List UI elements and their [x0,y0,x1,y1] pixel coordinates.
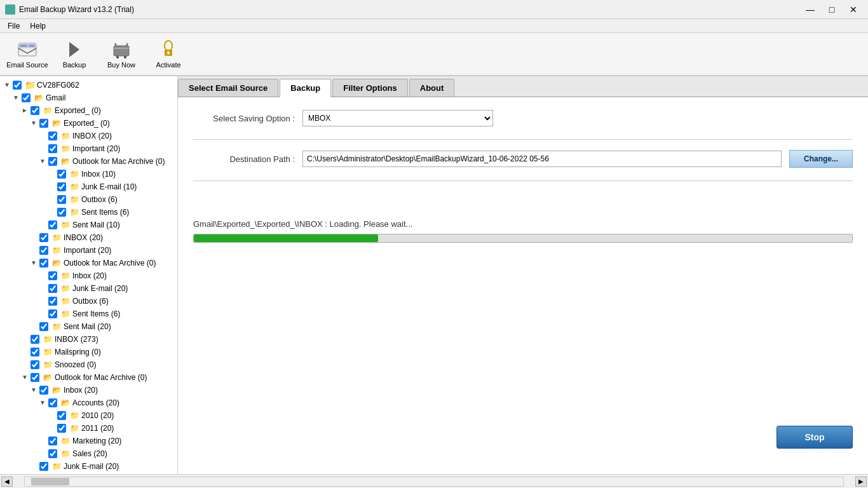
tree-item-outlook2[interactable]: ▼ 📂 Outlook for Mac Archive (0) [0,257,177,269]
tree-root[interactable]: ▼ 📁 CV28FG062 [0,79,177,92]
check-inbox5[interactable] [31,335,39,344]
check-sentmail2[interactable] [39,322,48,331]
tree-item-important2[interactable]: ► 📁 Important (20) [0,244,177,257]
check-inbox6[interactable] [39,386,48,395]
check-inbox3[interactable] [39,233,48,242]
tab-filter-options[interactable]: Filter Options [332,79,408,97]
email-source-button[interactable]: Email Source [5,36,50,72]
tree-item-inbox5[interactable]: ► 📁 INBOX (273) [0,333,177,346]
check-2010[interactable] [57,411,66,420]
label-outbox1: Outbox (6) [81,194,118,205]
tree-item-exported2[interactable]: ▼ 📂 Exported_ (0) [0,117,177,130]
check-important1[interactable] [48,144,57,153]
scroll-right-button[interactable]: ▶ [855,477,867,487]
tree-item-junk2[interactable]: ► 📁 Junk E-mail (20) [0,282,177,295]
scroll-left-button[interactable]: ◀ [1,477,13,487]
progress-bar-fill [194,234,378,242]
check-mailspring[interactable] [31,348,39,356]
tree-item-mailspring[interactable]: ► 📁 Mailspring (0) [0,346,177,358]
check-outlook3[interactable] [31,373,39,382]
check-outbox1[interactable] [57,195,66,204]
minimize-button[interactable]: — [801,3,820,17]
check-sentitems2[interactable] [48,309,57,318]
saving-option-select[interactable]: MBOX PST EML MSG PDF HTML [302,110,493,126]
tree-item-sentmail1[interactable]: ► 📁 Sent Mail (10) [0,219,177,231]
check-marketing[interactable] [48,437,57,445]
tree-item-outbox1[interactable]: ► 📁 Outbox (6) [0,193,177,206]
tree-item-accounts[interactable]: ▼ 📂 Accounts (20) [0,396,177,409]
tree-item-outbox3[interactable]: ► 📁 Outbox (2) [0,473,177,474]
check-outlook1[interactable] [48,157,57,166]
tab-select-email-source[interactable]: Select Email Source [178,79,278,97]
label-snoozed: Snoozed (0) [55,359,96,370]
scroll-thumb[interactable] [31,478,69,485]
check-important2[interactable] [39,246,48,255]
tree-item-outlook3[interactable]: ▼ 📂 Outlook for Mac Archive (0) [0,371,177,384]
check-gmail[interactable] [22,93,31,102]
check-accounts[interactable] [48,398,57,407]
tree-item-gmail[interactable]: ▼ 📂 Gmail [0,92,177,104]
check-junk3[interactable] [39,462,48,471]
menu-help[interactable]: Help [25,20,51,32]
expand-outlook3[interactable]: ▼ [20,372,29,383]
tree-item-junk1[interactable]: ► 📁 Junk E-mail (10) [0,180,177,193]
check-snoozed[interactable] [31,360,39,369]
stop-button[interactable]: Stop [776,426,853,449]
change-button[interactable]: Change... [789,150,853,168]
check-sales[interactable] [48,449,57,458]
tree-item-inbox2[interactable]: ► 📁 Inbox (10) [0,168,177,180]
tree-item-snoozed[interactable]: ► 📁 Snoozed (0) [0,358,177,371]
check-junk2[interactable] [48,284,57,293]
tree-item-inbox3[interactable]: ► 📁 INBOX (20) [0,231,177,244]
check-sentmail1[interactable] [48,220,57,229]
expand-accounts[interactable]: ▼ [38,397,47,409]
check-inbox4[interactable] [48,271,57,280]
tree-item-marketing[interactable]: ► 📁 Marketing (20) [0,435,177,447]
expand-outlook2[interactable]: ▼ [29,257,38,269]
buy-now-button[interactable]: Buy Now [99,36,144,72]
tree-item-sentmail2[interactable]: ► 📁 Sent Mail (20) [0,320,177,333]
check-2011[interactable] [57,424,66,433]
tree-item-inbox1[interactable]: ► 📁 INBOX (20) [0,130,177,142]
svg-point-8 [165,41,172,51]
tab-backup[interactable]: Backup [280,79,331,97]
scroll-track[interactable] [24,477,844,487]
tree-item-outlook1[interactable]: ▼ 📂 Outlook for Mac Archive (0) [0,155,177,168]
tree-item-junk3[interactable]: ► 📁 Junk E-mail (20) [0,460,177,473]
tab-about[interactable]: About [409,79,455,97]
expand-outlook1[interactable]: ▼ [38,156,47,167]
tree-item-exported1[interactable]: ► 📁 Exported_ (0) [0,104,177,117]
check-inbox2[interactable] [57,170,66,179]
maximize-button[interactable]: □ [822,3,841,17]
tree-item-important1[interactable]: ► 📁 Important (20) [0,142,177,155]
tree-item-2010[interactable]: ► 📁 2010 (20) [0,409,177,422]
check-outlook2[interactable] [39,259,48,268]
tree-item-2011[interactable]: ► 📁 2011 (20) [0,422,177,435]
tree-item-sales[interactable]: ► 📁 Sales (20) [0,447,177,460]
tree-item-outbox2[interactable]: ► 📁 Outbox (6) [0,295,177,308]
check-root[interactable] [13,81,22,90]
tree-item-inbox6[interactable]: ▼ 📂 Inbox (20) [0,384,177,396]
menu-file[interactable]: File [3,20,25,32]
destination-path-input[interactable] [302,151,782,167]
check-sentitems1[interactable] [57,208,66,217]
check-exported2[interactable] [39,119,48,128]
folder-tree-panel[interactable]: ▼ 📁 CV28FG062 ▼ 📂 Gmail ► 📁 Exported_ (0… [0,76,178,474]
tree-item-inbox4[interactable]: ► 📁 Inbox (20) [0,269,177,282]
check-exported1[interactable] [31,106,39,115]
tree-item-sentitems2[interactable]: ► 📁 Sent Items (6) [0,308,177,320]
activate-button[interactable]: Activate [146,36,191,72]
label-exported2: Exported_ (0) [64,118,110,129]
tree-item-sentitems1[interactable]: ► 📁 Sent Items (6) [0,206,177,219]
expand-exported2[interactable]: ▼ [29,118,38,129]
backup-toolbar-button[interactable]: Backup [52,36,97,72]
expand-root[interactable]: ▼ [3,79,11,91]
expand-inbox6[interactable]: ▼ [29,384,38,396]
check-outbox2[interactable] [48,297,57,306]
check-inbox1[interactable] [48,132,57,140]
label-inbox6: Inbox (20) [64,384,98,396]
expand-gmail[interactable]: ▼ [11,92,20,104]
check-junk1[interactable] [57,182,66,191]
close-button[interactable]: ✕ [844,3,863,17]
expand-exported1[interactable]: ► [20,105,29,116]
